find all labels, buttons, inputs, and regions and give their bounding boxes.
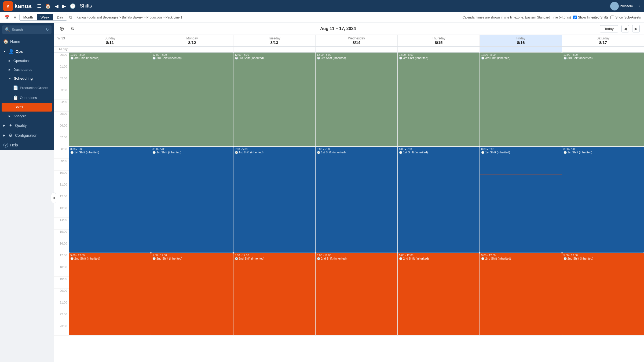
main-layout: 🔍 ↻ 🏠 Home ▼ 👤 Ops ▶ Operations [0,23,644,362]
allday-cell-1 [151,47,233,52]
shift-block-day1-shift0[interactable]: 12:00 - 8:00🕐 3rd Shift (inherited) [151,53,233,146]
day-column-3: 12:00 - 8:00🕐 3rd Shift (inherited)8:00 … [315,53,397,336]
logo-area[interactable]: K kanoa [3,1,32,11]
time-slot-18: 18:00 [54,265,69,277]
shift-block-day3-shift1[interactable]: 8:00 - 5:00🕐 1st Shift (inherited) [316,147,397,253]
sidebar-item-scheduling[interactable]: ▼ Scheduling [0,74,54,83]
login-button[interactable]: → [636,3,641,9]
sidebar-item-operations-sub[interactable]: 📋 Operations [0,93,54,103]
next-week-button[interactable]: ▶ [632,25,640,32]
search-input[interactable] [12,28,44,32]
day-name-2: Tuesday [235,36,314,40]
calendar-toolbar: 📅 ≡ Month Week Day ⧉ Kanoa Foods and Bev… [0,12,644,23]
day-date-4: 8/15 [399,40,478,45]
week-view-button[interactable]: Week [37,14,53,20]
shift-block-day4-shift0[interactable]: 12:00 - 8:00🕐 3rd Shift (inherited) [398,53,480,146]
search-settings-icon[interactable]: ↻ [46,28,49,32]
shift-block-day3-shift0[interactable]: 12:00 - 8:00🕐 3rd Shift (inherited) [316,53,397,146]
analysis-expand-icon: ▶ [9,114,11,117]
shift-block-day5-shift1[interactable]: 8:00 - 5:00🕐 1st Shift (inherited) [480,147,562,253]
shift-block-day5-shift2[interactable]: 5:00 - 12:00🕐 2nd Shift (inherited) [480,253,562,335]
prev-week-button[interactable]: ◀ [621,25,629,32]
shift-block-day4-shift2[interactable]: 5:00 - 12:00🕐 2nd Shift (inherited) [398,253,480,335]
shift-name: 🕐 1st Shift (inherited) [235,151,314,154]
shift-block-day0-shift0[interactable]: 12:00 - 8:00🕐 3rd Shift (inherited) [69,53,151,146]
day-view-button[interactable]: Day [53,14,67,20]
sidebar-item-help[interactable]: ? Help [0,140,54,150]
shift-block-day0-shift2[interactable]: 5:00 - 12:00🕐 2nd Shift (inherited) [69,253,151,335]
configuration-expand-icon: ▶ [3,134,5,137]
add-shift-button[interactable]: ⊕ [58,25,65,32]
calendar-view-toggle-icon[interactable]: 📅 [3,14,10,21]
list-view-toggle-icon[interactable]: ≡ [13,14,17,21]
shift-name: 🕐 3rd Shift (inherited) [564,56,643,60]
user-area[interactable]: brussem [610,2,633,10]
shift-block-day6-shift1[interactable]: 8:00 - 5:00🕐 1st Shift (inherited) [562,147,644,253]
shift-time: 5:00 - 12:00 [235,254,314,257]
allday-label: All day [54,47,69,52]
month-view-button[interactable]: Month [20,14,37,20]
time-slot-6: 06:00 [54,123,69,135]
day-header-5: Friday 8/16 [480,35,562,46]
hamburger-menu-button[interactable]: ☰ [37,3,41,9]
breadcrumb: Kanoa Foods and Beverages > Buffalo Bake… [76,16,182,19]
allday-row: All day [54,47,644,53]
shift-block-day0-shift1[interactable]: 8:00 - 5:00🕐 1st Shift (inherited) [69,147,151,253]
sidebar-item-dashboards[interactable]: ▶ Dashboards [0,65,54,74]
search-icon: 🔍 [5,27,10,32]
collapse-sidebar-button[interactable]: ◀ [51,193,56,203]
sidebar-item-shifts[interactable]: Shifts [2,103,52,112]
shift-block-day1-shift2[interactable]: 5:00 - 12:00🕐 2nd Shift (inherited) [151,253,233,335]
sidebar-item-production-orders[interactable]: 📄 Production Orders [0,83,54,93]
shift-block-day1-shift1[interactable]: 8:00 - 5:00🕐 1st Shift (inherited) [151,147,233,253]
username-label: brussem [620,4,633,8]
current-time-indicator [480,175,562,175]
today-button[interactable]: Today [600,25,618,32]
history-button[interactable]: 🕐 [70,3,76,9]
time-slot-3: 03:00 [54,88,69,100]
day-column-4: 12:00 - 8:00🕐 3rd Shift (inherited)8:00 … [397,53,480,336]
shift-block-day6-shift0[interactable]: 12:00 - 8:00🕐 3rd Shift (inherited) [562,53,644,146]
sidebar-item-home[interactable]: 🏠 Home [0,36,54,46]
toolbar-right: Calendar times are shown in site timezon… [463,16,641,19]
shift-block-day2-shift1[interactable]: 8:00 - 5:00🕐 1st Shift (inherited) [233,147,315,253]
show-sub-assets-checkbox[interactable] [610,16,614,19]
refresh-button[interactable]: ↻ [69,25,76,32]
allday-cell-0 [69,47,151,52]
sidebar-item-configuration[interactable]: ▶ ⚙ Configuration [0,130,54,140]
sidebar-item-ops[interactable]: ▼ 👤 Ops [0,46,54,56]
day-name-5: Friday [481,36,561,40]
home-nav-button[interactable]: 🏠 [45,3,51,9]
shift-block-day6-shift2[interactable]: 5:00 - 12:00🕐 2nd Shift (inherited) [562,253,644,335]
asset-icon: ⧉ [69,15,72,20]
back-button[interactable]: ◀ [55,3,58,9]
sidebar-item-quality[interactable]: ▶ ✦ Quality [0,120,54,130]
shift-name: 🕐 1st Shift (inherited) [481,151,560,154]
shift-block-day2-shift2[interactable]: 5:00 - 12:00🕐 2nd Shift (inherited) [233,253,315,335]
sidebar-item-operations[interactable]: ▶ Operations [0,56,54,65]
shift-name: 🕐 3rd Shift (inherited) [481,56,560,60]
time-slot-9: 09:00 [54,159,69,171]
shift-block-day4-shift1[interactable]: 8:00 - 5:00🕐 1st Shift (inherited) [398,147,480,253]
show-sub-assets-label[interactable]: Show Sub-Assets [610,16,641,19]
week-number: W 33 [54,35,69,46]
shift-name: 🕐 3rd Shift (inherited) [399,56,478,60]
shift-block-day5-shift0[interactable]: 12:00 - 8:00🕐 3rd Shift (inherited) [480,53,562,146]
shift-block-day3-shift2[interactable]: 5:00 - 12:00🕐 2nd Shift (inherited) [316,253,397,335]
shift-time: 5:00 - 12:00 [481,254,560,257]
shift-name: 🕐 1st Shift (inherited) [152,151,232,154]
shift-block-day2-shift0[interactable]: 12:00 - 8:00🕐 3rd Shift (inherited) [233,53,315,146]
shift-time: 12:00 - 8:00 [481,53,560,56]
shift-time: 8:00 - 5:00 [317,148,396,151]
search-box[interactable]: 🔍 ↻ [2,25,52,34]
day-name-4: Thursday [399,36,478,40]
time-slot-19: 19:00 [54,277,69,289]
sidebar-item-analysis[interactable]: ▶ Analysis [0,112,54,120]
day-name-6: Saturday [563,36,643,40]
show-inherited-checkbox[interactable] [573,16,577,19]
show-inherited-label[interactable]: Show Inherited Shifts [573,16,608,19]
timezone-notice: Calendar times are shown in site timezon… [463,16,571,19]
allday-cell-6 [562,47,644,52]
quality-icon: ✦ [8,123,13,128]
forward-button[interactable]: ▶ [62,3,66,9]
